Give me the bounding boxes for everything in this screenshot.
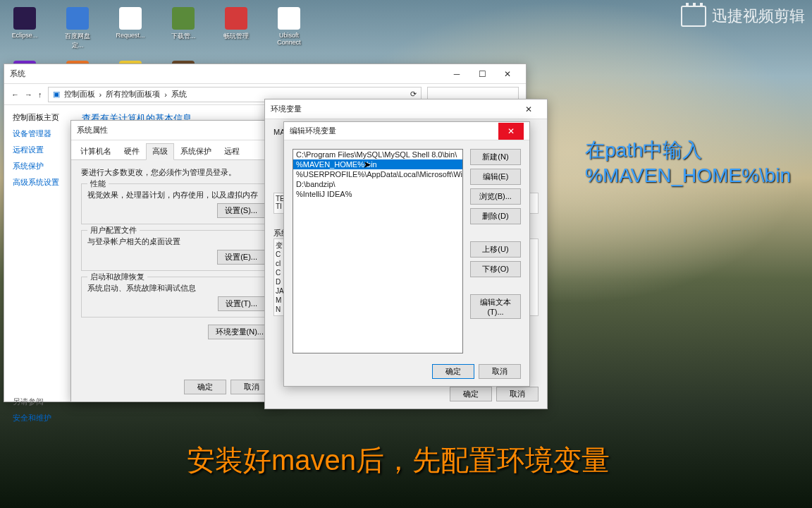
sidebar-item[interactable]: 安全和维护 [13,413,59,423]
close-button[interactable]: ✕ [495,66,520,83]
tab-hardware[interactable]: 硬件 [118,143,146,159]
delete-button[interactable]: 删除(D) [470,208,521,224]
group-title: 启动和故障恢复 [87,272,147,282]
new-button[interactable]: 新建(N) [470,149,521,165]
group-desc: 与登录帐户相关的桌面设置 [87,236,265,247]
minimize-button[interactable]: ─ [444,66,469,83]
desktop-icon[interactable]: Eclipse... [7,7,42,50]
sidebar-item[interactable]: 设备管理器 [13,128,59,139]
titlebar[interactable]: 编辑环境变量 ✕ [284,122,529,140]
ok-button[interactable]: 确定 [184,380,226,394]
titlebar[interactable]: 系统属性 [71,121,281,140]
up-button[interactable]: ↑ [38,90,42,99]
desktop-icon[interactable]: 下载管... [166,7,201,50]
cancel-button[interactable]: 取消 [496,387,539,401]
titlebar[interactable]: 环境变量 ✕ [265,99,547,119]
edit-button[interactable]: 编辑(E) [470,169,521,185]
ok-button[interactable]: 确定 [450,387,492,401]
path-item[interactable]: %IntelliJ IDEA% [293,189,462,199]
titlebar[interactable]: 系统 ─ ☐ ✕ [4,64,526,84]
overlay-caption: 安装好maven后，先配置环境变量 [187,441,610,480]
watermark: 迅捷视频剪辑 [681,6,805,27]
sidebar-item[interactable]: 系统保护 [13,161,59,171]
tab-protection[interactable]: 系统保护 [174,143,218,159]
window-title: 系统属性 [77,125,276,135]
path-item[interactable]: C:\Program Files\MySQL\MySQL Shell 8.0\b… [293,150,462,159]
desktop-icon[interactable]: Ubisoft Connect [271,7,307,50]
tab-computer-name[interactable]: 计算机名 [74,143,118,159]
tab-advanced[interactable]: 高级 [146,143,174,160]
env-variables-button[interactable]: 环境变量(N)... [208,325,271,339]
edit-path-window: 编辑环境变量 ✕ C:\Program Files\MySQL\MySQL Sh… [283,121,530,387]
move-down-button[interactable]: 下移(O) [470,261,521,277]
close-button[interactable]: ✕ [516,101,541,118]
browse-button[interactable]: 浏览(B)... [470,188,521,205]
sidebar-bottom-head: 另请参阅 [13,397,59,407]
window-title: 环境变量 [271,104,516,114]
path-list[interactable]: C:\Program Files\MySQL\MySQL Shell 8.0\b… [293,149,463,353]
sidebar: 控制面板主页 设备管理器 远程设置 系统保护 高级系统设置 另请参阅 安全和维护 [4,105,68,401]
desktop-icon[interactable]: 畅玩管理 [219,7,254,50]
close-button[interactable]: ✕ [498,123,524,140]
note-text: 要进行大多数更改，您必须作为管理员登录。 [81,167,271,178]
forward-button[interactable]: → [25,90,32,99]
ok-button[interactable]: 确定 [432,364,474,379]
group-desc: 视觉效果，处理器计划，内存使用，以及虚拟内存 [87,190,265,200]
desktop-icon[interactable]: 百度网盘定... [60,7,95,50]
group-desc: 系统启动、系统故障和调试信息 [87,283,265,294]
settings-button[interactable]: 设置(E)... [217,250,265,265]
group-title: 性能 [87,179,109,189]
tabs: 计算机名 硬件 高级 系统保护 远程 [71,140,281,160]
edit-text-button[interactable]: 编辑文本(T)... [470,294,521,319]
system-properties-window: 系统属性 计算机名 硬件 高级 系统保护 远程 要进行大多数更改，您必须作为管理… [70,120,282,402]
overlay-instruction: 在path中输入 %MAVEN_HOME%\bin [585,138,791,189]
sidebar-item[interactable]: 高级系统设置 [13,177,59,188]
desktop-icon[interactable]: Request... [113,7,148,50]
maximize-button[interactable]: ☐ [469,66,495,83]
sidebar-item[interactable]: 远程设置 [13,145,59,155]
settings-button[interactable]: 设置(S)... [217,203,265,218]
path-item[interactable]: %USERPROFILE%\AppData\Local\Microsoft\Wi… [293,169,462,179]
film-icon [681,6,706,27]
settings-button[interactable]: 设置(T)... [218,296,265,311]
cancel-button[interactable]: 取消 [479,364,521,379]
path-item-selected[interactable]: %MAVEN_HOME%\bin [293,159,462,169]
move-up-button[interactable]: 上移(U) [470,241,521,258]
window-title: 编辑环境变量 [290,126,498,136]
back-button[interactable]: ← [11,90,19,99]
path-item[interactable]: D:\bandzip\ [293,179,462,189]
sidebar-head: 控制面板主页 [13,112,59,123]
group-title: 用户配置文件 [87,225,140,236]
window-title: 系统 [10,68,444,79]
tab-remote[interactable]: 远程 [218,143,246,159]
